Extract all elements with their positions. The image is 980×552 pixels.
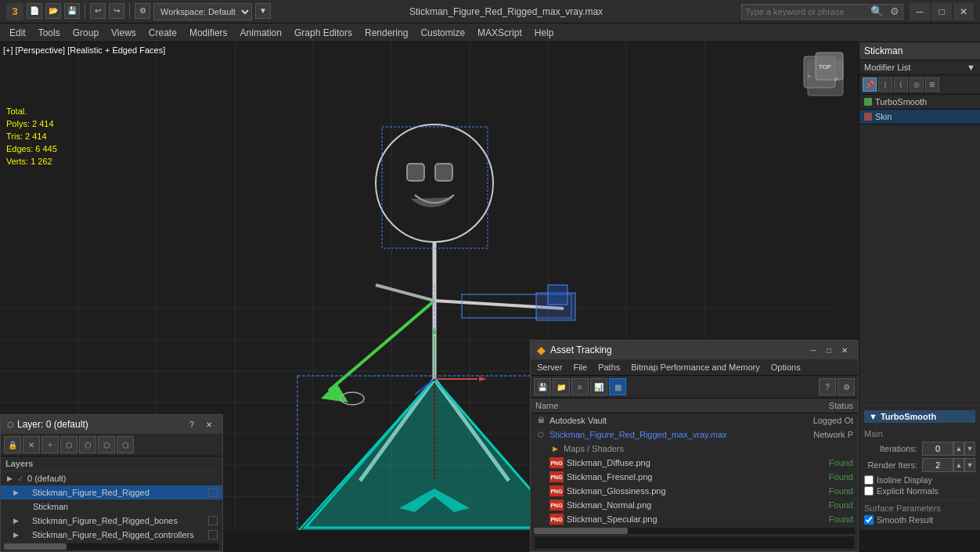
layer-close-button[interactable]: ✕ (202, 418, 216, 431)
menu-graph-editors[interactable]: Graph Editors (288, 26, 358, 40)
asset-scrollbar-thumb[interactable] (534, 528, 628, 534)
search-bar[interactable]: 🔍 ⚙ (741, 4, 903, 20)
smooth-result-checkbox[interactable] (864, 515, 874, 525)
close-button[interactable]: ✕ (953, 3, 974, 20)
asset-input-bar[interactable] (534, 536, 855, 550)
asset-row-specular[interactable]: PNG Stickman_Specular.png Found (531, 512, 858, 526)
layer-item-rigged[interactable]: ▶ Stickman_Figure_Red_Rigged (1, 485, 222, 500)
modifier-turbosmooth[interactable]: TurboSmooth (859, 95, 980, 110)
save-file-button[interactable]: 💾 (64, 3, 80, 19)
asset-glossiness-status: Found (791, 486, 853, 496)
asset-tool-folder[interactable]: 📁 (553, 378, 570, 395)
asset-menu-file[interactable]: File (570, 361, 590, 373)
render-iters-up[interactable]: ▲ (953, 458, 964, 472)
mod-icon-2[interactable]: ⟨ (894, 78, 908, 92)
layer-item-bones[interactable]: ▶ Stickman_Figure_Red_Rigged_bones (1, 514, 222, 528)
layer-item-controllers[interactable]: ▶ Stickman_Figure_Red_Rigged_controllers (1, 528, 222, 542)
menu-tools[interactable]: Tools (32, 26, 67, 40)
asset-menu-paths[interactable]: Paths (595, 361, 623, 373)
mod-icon-1[interactable]: | (878, 78, 892, 92)
isoline-checkbox[interactable] (864, 475, 874, 485)
object-name-bar: Stickman (859, 42, 980, 60)
menu-animation[interactable]: Animation (234, 26, 288, 40)
window-title: Stickman_Figure_Red_Rigged_max_vray.max (271, 6, 741, 17)
render-iters-input[interactable] (922, 458, 953, 472)
stats-total: Total. (6, 105, 57, 117)
layer-scrollbar[interactable] (4, 543, 219, 550)
redo-button[interactable]: ↪ (109, 3, 124, 19)
workspace-select[interactable]: Workspace: Default (153, 3, 252, 20)
open-file-button[interactable]: 📂 (45, 3, 61, 19)
asset-tool-settings[interactable]: ⚙ (838, 378, 855, 395)
asset-maximize-button[interactable]: □ (822, 344, 836, 356)
search-button[interactable]: 🔍 (867, 5, 887, 17)
viewport-label[interactable]: [+] [Perspective] [Realistic + Edged Fac… (3, 45, 165, 55)
layer-name-bones: Stickman_Figure_Red_Rigged_bones (32, 516, 206, 525)
maximize-button[interactable]: □ (931, 3, 952, 20)
menu-rendering[interactable]: Rendering (358, 26, 414, 40)
layer-item-default[interactable]: ▶ ✓ 0 (default) (1, 471, 222, 485)
modifier-list-label: Modifier List (864, 63, 910, 72)
asset-tool-grid[interactable]: ▦ (609, 378, 626, 395)
iterations-up[interactable]: ▲ (953, 442, 964, 456)
asset-close-button[interactable]: ✕ (838, 344, 852, 356)
asset-row-fresnel[interactable]: PNG Stickman_Fresnel.png Found (531, 470, 858, 484)
layer-help-button[interactable]: ? (185, 418, 199, 431)
modifier-skin[interactable]: Skin (859, 110, 980, 124)
menu-maxscript[interactable]: MAXScript (471, 26, 528, 40)
modifier-skin-label: Skin (875, 112, 892, 121)
nav-cube[interactable]: TOP L F (796, 49, 851, 103)
iterations-down[interactable]: ▼ (964, 442, 975, 456)
asset-minimize-button[interactable]: ─ (806, 344, 820, 356)
modifier-list-dropdown[interactable]: ▼ (967, 63, 975, 72)
asset-row-vault[interactable]: 🏛 Autodesk Vault Logged Ot (531, 413, 858, 428)
undo-button[interactable]: ↩ (90, 3, 106, 19)
asset-panel-icon: ◆ (537, 344, 546, 356)
render-iters-down[interactable]: ▼ (964, 458, 975, 472)
workspace-dropdown-button[interactable]: ▼ (255, 3, 271, 19)
modifier-list-header[interactable]: Modifier List ▼ (859, 60, 980, 75)
asset-tool-save[interactable]: 💾 (534, 378, 551, 395)
menu-views[interactable]: Views (105, 26, 142, 40)
asset-scrollbar[interactable] (534, 528, 855, 534)
layer-btn4[interactable]: ⬡ (60, 436, 77, 453)
layer-item-stickman[interactable]: Stickman (1, 500, 222, 514)
asset-menu-server[interactable]: Server (534, 361, 565, 373)
layer-add-btn[interactable]: ＋ (41, 436, 59, 453)
mod-icon-pin[interactable]: 📌 (863, 78, 877, 92)
search-options-button[interactable]: ⚙ (887, 5, 903, 17)
asset-row-diffuse[interactable]: PNG Stickman_Diffuse.png Found (531, 456, 858, 470)
menu-group[interactable]: Group (67, 26, 105, 40)
asset-tool-list[interactable]: ≡ (571, 378, 589, 395)
mod-icon-3[interactable]: ◎ (910, 78, 924, 92)
asset-tool-help[interactable]: ? (819, 378, 836, 395)
menu-help[interactable]: Help (528, 26, 560, 40)
asset-menu-options[interactable]: Options (768, 361, 804, 373)
search-input[interactable] (742, 7, 867, 16)
iterations-input[interactable] (922, 442, 953, 456)
asset-row-file[interactable]: ⬡ Stickman_Figure_Red_Rigged_max_vray.ma… (531, 428, 858, 442)
asset-menu-bitmap[interactable]: Bitmap Performance and Memory (628, 361, 762, 373)
layer-delete-btn[interactable]: ✕ (23, 436, 40, 453)
menu-modifiers[interactable]: Modifiers (183, 26, 234, 40)
menu-edit[interactable]: Edit (3, 26, 32, 40)
layer-btn6[interactable]: ⬡ (98, 436, 115, 453)
menu-customize[interactable]: Customize (414, 26, 471, 40)
section-collapse-icon[interactable]: ▼ (869, 412, 877, 421)
menu-create[interactable]: Create (142, 26, 183, 40)
asset-tool-chart[interactable]: 📊 (590, 378, 607, 395)
layer-freeze-btn[interactable]: 🔒 (4, 436, 21, 453)
toolbar-extra-button[interactable]: ⚙ (135, 3, 150, 19)
layer-btn7[interactable]: ⬡ (117, 436, 134, 453)
layer-btn5[interactable]: ⬡ (79, 436, 96, 453)
mod-icon-4[interactable]: ⊞ (925, 78, 939, 92)
asset-row-normal[interactable]: PNG Stickman_Normal.png Found (531, 498, 858, 512)
modifier-icon-bar: 📌 | ⟨ ◎ ⊞ (859, 75, 980, 95)
asset-row-maps-folder[interactable]: ▶ Maps / Shaders (531, 442, 858, 456)
explicit-normals-checkbox[interactable] (864, 486, 874, 496)
asset-row-glossiness[interactable]: PNG Stickman_Glossiness.png Found (531, 484, 858, 498)
layer-scrollbar-thumb[interactable] (4, 543, 67, 550)
minimize-button[interactable]: ─ (910, 3, 930, 20)
isoline-row: Isoline Display (864, 474, 975, 485)
new-file-button[interactable]: 📄 (27, 3, 42, 19)
